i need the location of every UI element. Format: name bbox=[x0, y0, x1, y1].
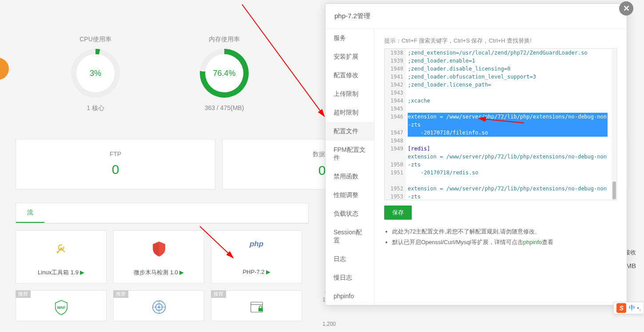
modal-title: php-7.2管理 bbox=[326, 4, 627, 29]
php-manage-modal: ✕ php-7.2管理 服务安装扩展配置修改上传限制超时限制配置文件FPM配置文… bbox=[325, 4, 627, 305]
menu-item-12[interactable]: 慢日志 bbox=[326, 269, 374, 287]
config-editor[interactable]: 193819391940194119421943194419451946 194… bbox=[384, 48, 617, 200]
soft-php[interactable]: php PHP-7.2▶ bbox=[211, 230, 302, 284]
svg-rect-9 bbox=[258, 308, 262, 312]
browser-lock-icon bbox=[248, 299, 265, 316]
wrench-icon bbox=[52, 240, 70, 257]
menu-item-13[interactable]: phpinfo bbox=[326, 287, 374, 305]
cpu-value: 3% bbox=[76, 54, 115, 92]
menu-item-7[interactable]: 禁用函数 bbox=[326, 167, 374, 186]
radar-icon bbox=[151, 299, 167, 316]
menu-item-9[interactable]: 负载状态 bbox=[326, 205, 374, 223]
cpu-gauge: CPU使用率 3% 1 核心 bbox=[71, 36, 120, 112]
menu-item-5[interactable]: 配置文件 bbox=[326, 122, 374, 141]
svg-text:WAF: WAF bbox=[57, 305, 65, 310]
mem-gauge: 内存使用率 76.4% 363 / 475(MB) bbox=[200, 36, 249, 112]
modal-side-menu: 服务安装扩展配置修改上传限制超时限制配置文件FPM配置文件禁用函数性能调整负载状… bbox=[326, 29, 374, 305]
cpu-gauge-title: CPU使用率 bbox=[80, 36, 111, 43]
close-button[interactable]: ✕ bbox=[619, 1, 633, 16]
note-2: 默认已开启Openssl/Curl/Mysql等扩展，详情可点击phpinfo查… bbox=[392, 238, 617, 246]
menu-item-0[interactable]: 服务 bbox=[326, 29, 374, 47]
sogou-icon: S bbox=[616, 303, 626, 313]
shield-icon bbox=[150, 240, 168, 257]
svg-point-0 bbox=[57, 251, 59, 253]
php-icon: php bbox=[246, 240, 268, 257]
tab-traffic[interactable]: 流 bbox=[16, 203, 44, 223]
menu-item-11[interactable]: 日志 bbox=[326, 250, 374, 269]
menu-item-2[interactable]: 配置修改 bbox=[326, 66, 374, 85]
phpinfo-link[interactable]: phpinfo bbox=[523, 239, 542, 245]
soft-waf[interactable]: 推荐 WAF bbox=[16, 290, 107, 321]
ftp-card[interactable]: FTP 0 bbox=[16, 139, 215, 190]
ime-lang: 中 bbox=[629, 304, 635, 312]
waf-shield-icon: WAF bbox=[53, 299, 70, 316]
ime-more: •, bbox=[637, 304, 641, 312]
soft-trojan-detect[interactable]: 微步木马检测 1.0▶ bbox=[113, 230, 204, 284]
menu-item-6[interactable]: FPM配置文件 bbox=[326, 141, 374, 167]
recommend-tag: 推荐 bbox=[16, 290, 31, 298]
chart-y-1200: 1,200 bbox=[322, 321, 336, 327]
menu-item-3[interactable]: 上传限制 bbox=[326, 85, 374, 103]
soft-linux-name: Linux工具箱 1.9 bbox=[38, 269, 79, 276]
save-button[interactable]: 保存 bbox=[384, 206, 412, 220]
soft-linux-toolbox[interactable]: Linux工具箱 1.9▶ bbox=[16, 230, 107, 284]
mem-sub: 363 / 475(MB) bbox=[205, 104, 244, 111]
mem-value: 76.4% bbox=[205, 54, 243, 92]
note-1: 此处为72主配置文件,若您不了解配置规则,请勿随意修改。 bbox=[392, 228, 617, 236]
soft-trojan-name: 微步木马检测 1.0 bbox=[134, 269, 178, 276]
play-icon: ▶ bbox=[80, 269, 84, 276]
recommend-tag: 推荐 bbox=[211, 290, 226, 298]
menu-item-1[interactable]: 安装扩展 bbox=[326, 47, 374, 66]
editor-scrollbar[interactable] bbox=[612, 49, 616, 199]
soft-slot-2[interactable]: 推荐 bbox=[113, 290, 204, 321]
tabs-header: 流 bbox=[16, 203, 308, 223]
mem-gauge-title: 内存使用率 bbox=[209, 36, 240, 43]
cpu-sub: 1 核心 bbox=[87, 104, 104, 112]
play-icon: ▶ bbox=[179, 269, 184, 276]
recommend-tag: 推荐 bbox=[113, 290, 128, 298]
menu-item-8[interactable]: 性能调整 bbox=[326, 186, 374, 205]
ime-indicator[interactable]: S 中 •, bbox=[613, 302, 644, 314]
menu-item-10[interactable]: Session配置 bbox=[326, 223, 374, 250]
soft-slot-3[interactable]: 推荐 bbox=[211, 290, 302, 321]
editor-tip: 提示：Ctrl+F 搜索关键字，Ctrl+S 保存，Ctrl+H 查找替换! bbox=[384, 37, 617, 45]
editor-scroll-thumb[interactable] bbox=[612, 182, 616, 199]
play-icon: ▶ bbox=[266, 269, 270, 275]
menu-item-4[interactable]: 超时限制 bbox=[326, 103, 374, 122]
ftp-value: 0 bbox=[16, 162, 215, 177]
ftp-label: FTP bbox=[16, 150, 215, 158]
soft-php-name: PHP-7.2 bbox=[242, 269, 264, 275]
